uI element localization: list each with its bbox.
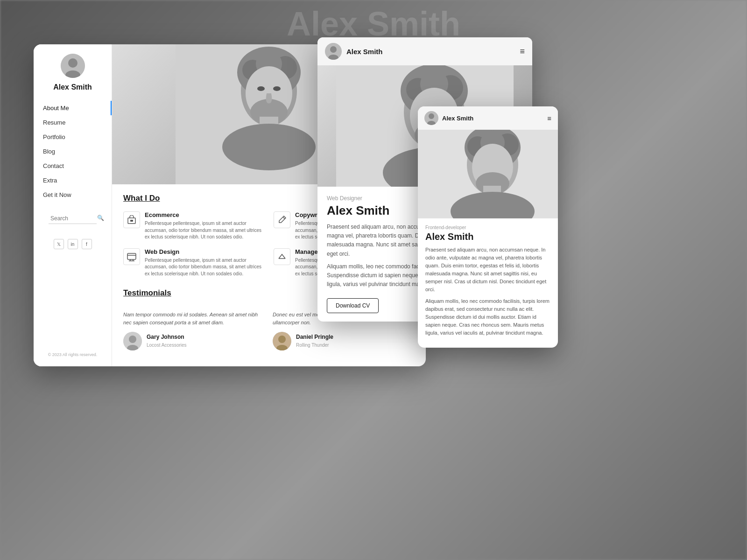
mobile-profile-desc-1: Praesent sed aliquam arcu, non accumsan …: [425, 246, 550, 294]
svg-rect-18: [127, 253, 136, 259]
testimonial-1-name: Gary Johnson: [147, 334, 187, 340]
svg-point-25: [129, 336, 136, 343]
mobile-hamburger-icon[interactable]: ≡: [547, 114, 551, 122]
sidebar-name: Alex Smith: [53, 83, 92, 91]
tablet-hamburger-icon[interactable]: ≡: [520, 47, 525, 56]
svg-line-17: [283, 217, 285, 219]
ecommerce-text: Ecommerce Pellentesque pellentesque, ips…: [145, 211, 264, 241]
testimonial-1-info: Gary Johnson Locost Accessories: [147, 334, 187, 349]
search-input[interactable]: [49, 213, 97, 224]
testimonial-2-info: Daniel Pringle Rolling Thunder: [296, 334, 333, 349]
tablet-header-avatar: [325, 43, 342, 60]
svg-point-1: [68, 58, 78, 68]
sidebar-item-contact[interactable]: Contact: [34, 159, 112, 173]
sidebar-item-about[interactable]: About Me: [34, 101, 112, 115]
testimonial-1-avatar: [123, 332, 142, 350]
svg-point-14: [273, 86, 281, 91]
service-webdesign: Web Design Pellentesque pellentesque, ip…: [123, 248, 264, 278]
service-ecommerce: Ecommerce Pellentesque pellentesque, ips…: [123, 211, 264, 241]
mobile-profile-role: Frontend-developer: [425, 225, 550, 230]
management-icon: [274, 248, 290, 265]
search-wrap: 🔍: [41, 207, 104, 229]
webdesign-icon: [123, 248, 140, 265]
testimonial-2-name: Daniel Pringle: [296, 334, 333, 340]
testimonial-1: Nam tempor commodo mi id sodales. Aenean…: [123, 306, 265, 355]
sidebar-item-portfolio[interactable]: Portfolio: [34, 130, 112, 144]
mobile-header-name: Alex Smith: [442, 115, 473, 122]
testimonial-1-text: Nam tempor commodo mi id sodales. Aenean…: [123, 311, 265, 326]
sidebar-social: 𝕏 in f: [54, 239, 92, 249]
testimonial-1-author: Gary Johnson Locost Accessories: [123, 332, 265, 350]
download-cv-button[interactable]: Download CV: [327, 298, 379, 313]
tablet-header-left: Alex Smith: [325, 43, 383, 60]
sidebar-item-extra[interactable]: Extra: [34, 173, 112, 188]
svg-point-13: [257, 86, 265, 91]
testimonial-2-company: Rolling Thunder: [296, 343, 329, 348]
copywriter-icon: [274, 211, 290, 228]
mobile-profile-name: Alex Smith: [425, 231, 550, 242]
mobile-profile-image: [418, 130, 558, 218]
search-icon: 🔍: [97, 215, 104, 221]
sidebar-nav: About Me Resume Portfolio Blog Contact E…: [34, 101, 112, 202]
mobile-card-body: Frontend-developer Alex Smith Praesent s…: [418, 218, 558, 348]
mobile-header-left: Alex Smith: [424, 111, 473, 125]
svg-point-28: [278, 336, 286, 343]
testimonial-2-author: Daniel Pringle Rolling Thunder: [273, 332, 415, 350]
svg-rect-16: [130, 220, 133, 222]
profile-card-mobile: Alex Smith ≡ Frontend-developer Alex Smi…: [418, 106, 558, 348]
facebook-icon[interactable]: f: [82, 239, 92, 249]
sidebar-footer: © 2023 All rights reserved.: [43, 352, 102, 362]
twitter-icon[interactable]: 𝕏: [54, 239, 64, 249]
mobile-header-avatar: [424, 111, 438, 125]
tablet-card-header: Alex Smith ≡: [317, 37, 532, 65]
webdesign-text: Web Design Pellentesque pellentesque, ip…: [145, 248, 264, 278]
testimonial-2-avatar: [273, 332, 291, 350]
sidebar-item-resume[interactable]: Resume: [34, 115, 112, 130]
tablet-header-name: Alex Smith: [346, 48, 383, 56]
mobile-profile-desc-2: Aliquam mollis, leo nec commodo facilisi…: [425, 297, 550, 337]
webdesign-desc: Pellentesque pellentesque, ipsum sit ame…: [145, 257, 264, 278]
sidebar-item-blog[interactable]: Blog: [34, 144, 112, 159]
svg-point-31: [330, 46, 337, 53]
avatar: [61, 54, 85, 78]
testimonial-1-company: Locost Accessories: [147, 343, 187, 348]
linkedin-icon[interactable]: in: [68, 239, 78, 249]
sidebar-item-getitnow[interactable]: Get it Now: [34, 188, 112, 202]
ecommerce-title: Ecommerce: [145, 211, 264, 218]
ecommerce-desc: Pellentesque pellentesque, ipsum sit ame…: [145, 220, 264, 241]
webdesign-title: Web Design: [145, 248, 264, 255]
sidebar: Alex Smith About Me Resume Portfolio Blo…: [34, 44, 112, 366]
svg-point-12: [222, 124, 316, 170]
mobile-card-header: Alex Smith ≡: [418, 106, 558, 130]
svg-point-44: [429, 113, 434, 119]
ecommerce-icon: [123, 211, 140, 228]
